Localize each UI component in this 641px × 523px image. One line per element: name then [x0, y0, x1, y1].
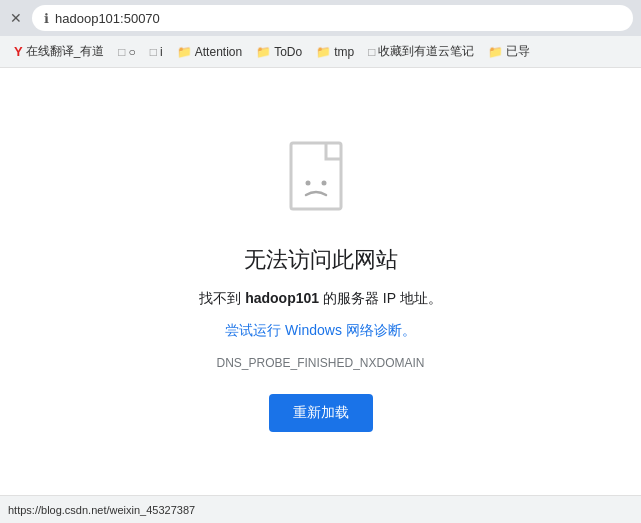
error-hostname: hadoop101 [245, 290, 319, 306]
bookmark-label: 已导 [506, 43, 530, 60]
bookmark-tmp[interactable]: 📁 tmp [310, 42, 360, 62]
file-icon: □ [368, 45, 375, 59]
sad-document-icon [286, 141, 356, 221]
file-icon: □ [150, 45, 157, 59]
bookmark-imported[interactable]: 📁 已导 [482, 40, 536, 63]
svg-rect-0 [291, 143, 341, 209]
folder-icon: 📁 [256, 45, 271, 59]
svg-point-1 [305, 181, 310, 186]
bookmark-label: 在线翻译_有道 [26, 43, 105, 60]
bookmarks-bar: Y 在线翻译_有道 □ ○ □ i 📁 Attention 📁 ToDo 📁 t… [0, 36, 641, 68]
status-bar: https://blog.csdn.net/weixin_45327387 [0, 495, 641, 523]
bookmark-label: ○ [129, 45, 136, 59]
status-url: https://blog.csdn.net/weixin_45327387 [8, 504, 195, 516]
bookmark-label: i [160, 45, 163, 59]
folder-icon: 📁 [177, 45, 192, 59]
bookmark-todo[interactable]: 📁 ToDo [250, 42, 308, 62]
bookmark-label: ToDo [274, 45, 302, 59]
error-page-content: 无法访问此网站 找不到 hadoop101 的服务器 IP 地址。 尝试运行 W… [0, 68, 641, 495]
bookmark-label: tmp [334, 45, 354, 59]
svg-point-2 [321, 181, 326, 186]
error-description: 找不到 hadoop101 的服务器 IP 地址。 [199, 287, 441, 309]
info-icon: ℹ [44, 11, 49, 26]
error-code: DNS_PROBE_FINISHED_NXDOMAIN [216, 356, 424, 370]
title-bar: ✕ ℹ hadoop101:50070 [0, 0, 641, 36]
bookmark-youdao-note[interactable]: □ 收藏到有道云笔记 [362, 40, 480, 63]
address-bar[interactable]: ℹ hadoop101:50070 [32, 5, 633, 31]
file-icon: □ [118, 45, 125, 59]
error-title: 无法访问此网站 [244, 245, 398, 275]
try-diagnostics-link[interactable]: 尝试运行 Windows 网络诊断。 [225, 322, 416, 340]
youdao-icon: Y [14, 44, 23, 59]
bookmark-circle[interactable]: □ ○ [112, 42, 142, 62]
bookmark-i[interactable]: □ i [144, 42, 169, 62]
folder-icon: 📁 [488, 45, 503, 59]
folder-icon: 📁 [316, 45, 331, 59]
reload-button[interactable]: 重新加载 [269, 394, 373, 432]
bookmark-label: 收藏到有道云笔记 [378, 43, 474, 60]
bookmark-label: Attention [195, 45, 242, 59]
error-desc-suffix: 的服务器 IP 地址。 [319, 290, 442, 306]
bookmark-attention[interactable]: 📁 Attention [171, 42, 248, 62]
url-text: hadoop101:50070 [55, 11, 160, 26]
bookmark-youdao[interactable]: Y 在线翻译_有道 [8, 40, 110, 63]
error-desc-prefix: 找不到 [199, 290, 245, 306]
close-button[interactable]: ✕ [8, 10, 24, 26]
